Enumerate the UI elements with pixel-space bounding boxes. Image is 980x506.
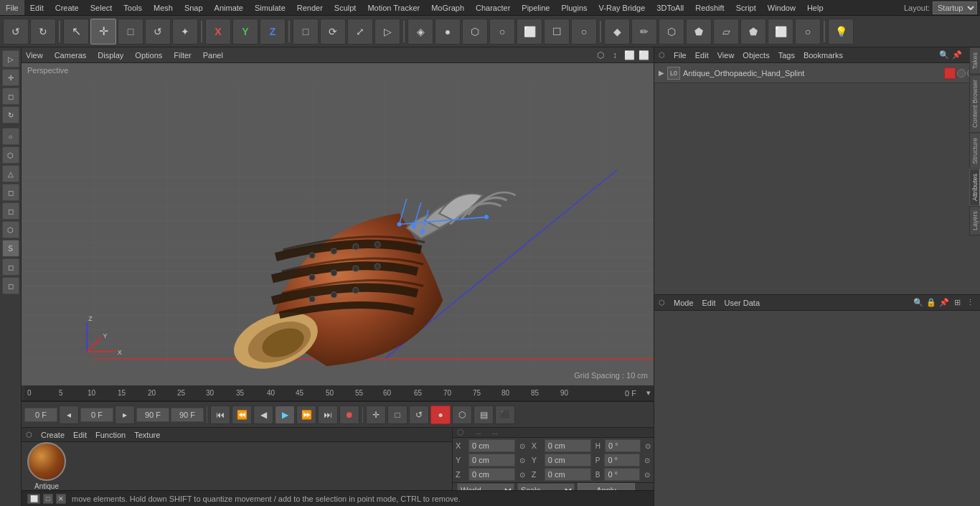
obj-pin-icon[interactable]: 📌 <box>951 50 963 61</box>
start-frame-input[interactable] <box>24 408 57 422</box>
texture-mode-button[interactable]: ⤢ <box>347 19 373 44</box>
rotate-tool-button[interactable]: ↺ <box>145 19 171 44</box>
edit-mode-button[interactable]: ⟳ <box>320 19 346 44</box>
deformer-button[interactable]: ⬟ <box>686 19 712 44</box>
status-icon-1[interactable]: ⬜ <box>27 494 40 504</box>
vp-icon-3[interactable]: ⬜ <box>623 50 635 61</box>
undo-button[interactable]: ↺ <box>3 19 29 44</box>
menu-vray[interactable]: V-Ray Bridge <box>593 0 651 15</box>
sidebar-btn-1[interactable]: ▷ <box>2 50 19 67</box>
sidebar-btn-8[interactable]: ◻ <box>2 184 19 201</box>
sidebar-btn-5[interactable]: ○ <box>2 128 19 145</box>
record-button[interactable]: ⏺ <box>339 406 359 424</box>
menu-edit[interactable]: Edit <box>24 0 50 15</box>
sidebar-btn-11[interactable]: ◻ <box>2 258 19 276</box>
tab-structure[interactable]: Structure <box>969 133 980 169</box>
nurbs-button[interactable]: ⬡ <box>659 19 684 44</box>
menu-3dtoall[interactable]: 3DToAll <box>651 0 689 15</box>
mat-menu-edit[interactable]: Edit <box>73 431 87 439</box>
redo-button[interactable]: ↻ <box>30 19 56 44</box>
menu-character[interactable]: Character <box>470 0 516 15</box>
sidebar-btn-2[interactable]: ✛ <box>2 69 19 86</box>
size-z-input[interactable] <box>545 468 591 481</box>
coord-z-input[interactable] <box>468 468 515 481</box>
obj-menu-bookmarks[interactable]: Bookmarks <box>804 51 843 60</box>
object-visibility-dot[interactable] <box>957 69 966 78</box>
move-key-button[interactable]: ✛ <box>366 406 386 424</box>
rot-h-input[interactable] <box>605 439 641 452</box>
tab-takes[interactable]: Takes <box>969 47 980 75</box>
next-key-button[interactable]: ⏩ <box>296 406 316 424</box>
obj-menu-edit[interactable]: Edit <box>695 51 709 60</box>
status-icon-3[interactable]: ✕ <box>56 494 66 504</box>
menu-snap[interactable]: Snap <box>179 0 209 15</box>
rotate-key-button[interactable]: ↺ <box>409 406 429 424</box>
rot-p-input[interactable] <box>604 454 640 467</box>
onion-skin-button[interactable]: ⬛ <box>495 406 515 424</box>
transform-button[interactable]: ✦ <box>172 19 198 44</box>
vp-icon-2[interactable]: ↕ <box>609 50 621 61</box>
tab-content-browser[interactable]: Content Browser <box>969 75 980 133</box>
menu-simulate[interactable]: Simulate <box>249 0 291 15</box>
attr-menu-user-data[interactable]: User Data <box>725 299 760 307</box>
goto-start-button[interactable]: ⏮ <box>210 406 230 424</box>
attr-dots-icon[interactable]: ⋮ <box>964 297 976 309</box>
menu-select[interactable]: Select <box>85 0 118 15</box>
menu-render[interactable]: Render <box>291 0 329 15</box>
sidebar-btn-s[interactable]: S <box>2 240 19 257</box>
sidebar-btn-3[interactable]: ◻ <box>2 88 19 105</box>
attr-grid-icon[interactable]: ⊞ <box>951 297 963 309</box>
menu-mesh[interactable]: Mesh <box>148 0 179 15</box>
axis-x-button[interactable]: X <box>205 19 231 44</box>
vp-menu-cameras[interactable]: Cameras <box>55 51 87 60</box>
tab-attributes[interactable]: Attributes <box>969 169 980 206</box>
menu-animate[interactable]: Animate <box>209 0 249 15</box>
goto-end-button[interactable]: ⏭ <box>318 406 338 424</box>
coord-y-input[interactable] <box>468 454 515 467</box>
camera-light-button[interactable]: ⬟ <box>740 19 766 44</box>
vp-menu-filter[interactable]: Filter <box>174 51 191 60</box>
camera-button[interactable]: ○ <box>571 19 597 44</box>
select-tool-button[interactable]: ↖ <box>63 19 89 44</box>
material-thumbnail[interactable] <box>27 442 66 481</box>
size-x-input[interactable] <box>545 439 591 452</box>
vp-menu-panel[interactable]: Panel <box>203 51 223 60</box>
vp-menu-view[interactable]: View <box>26 51 43 60</box>
sidebar-btn-7[interactable]: △ <box>2 165 19 182</box>
obj-menu-file[interactable]: File <box>674 51 687 60</box>
menu-script[interactable]: Script <box>730 0 762 15</box>
move-tool-button[interactable]: ✛ <box>90 19 116 44</box>
render-to-po-button[interactable]: ○ <box>489 19 515 44</box>
axis-y-button[interactable]: Y <box>232 19 258 44</box>
attr-pin-icon[interactable]: 📌 <box>938 297 950 309</box>
tab-layers[interactable]: Layers <box>969 206 980 235</box>
menu-window[interactable]: Window <box>762 0 801 15</box>
primitive-button[interactable]: ◆ <box>604 19 630 44</box>
obj-menu-tags[interactable]: Tags <box>778 51 795 60</box>
timeline-grid-button[interactable]: ▤ <box>473 406 494 424</box>
frame-step-right-btn[interactable]: ▸ <box>115 406 135 424</box>
preview-frame-input[interactable] <box>171 408 204 422</box>
menu-mograph[interactable]: MoGraph <box>425 0 470 15</box>
coord-x-input[interactable] <box>468 439 515 452</box>
obj-expand-icon[interactable]: ▶ <box>659 69 664 77</box>
menu-create[interactable]: Create <box>50 0 85 15</box>
sidebar-btn-9[interactable]: ◻ <box>2 202 19 220</box>
light-button[interactable]: 💡 <box>828 19 854 44</box>
picture-viewer-button[interactable]: ⬜ <box>517 19 542 44</box>
menu-help[interactable]: Help <box>801 0 829 15</box>
attr-lock-icon[interactable]: 🔒 <box>925 297 937 309</box>
menu-tools[interactable]: Tools <box>118 0 148 15</box>
viewport[interactable]: Perspective Grid Spacing : 10 cm <box>22 63 654 385</box>
attr-menu-edit[interactable]: Edit <box>702 299 716 307</box>
scale-key-button[interactable]: □ <box>387 406 407 424</box>
vp-icon-4[interactable]: ⬜ <box>638 50 649 61</box>
vp-icon-1[interactable]: ⬡ <box>595 50 606 61</box>
fcurve-button[interactable]: ⬡ <box>452 406 472 424</box>
render-view-button[interactable]: ◈ <box>407 19 433 44</box>
scale-tool-button[interactable]: □ <box>118 19 143 44</box>
obj-menu-view[interactable]: View <box>717 51 735 60</box>
menu-redshift[interactable]: Redshift <box>689 0 730 15</box>
object-color-swatch[interactable] <box>944 67 956 79</box>
mat-menu-texture[interactable]: Texture <box>134 431 160 439</box>
